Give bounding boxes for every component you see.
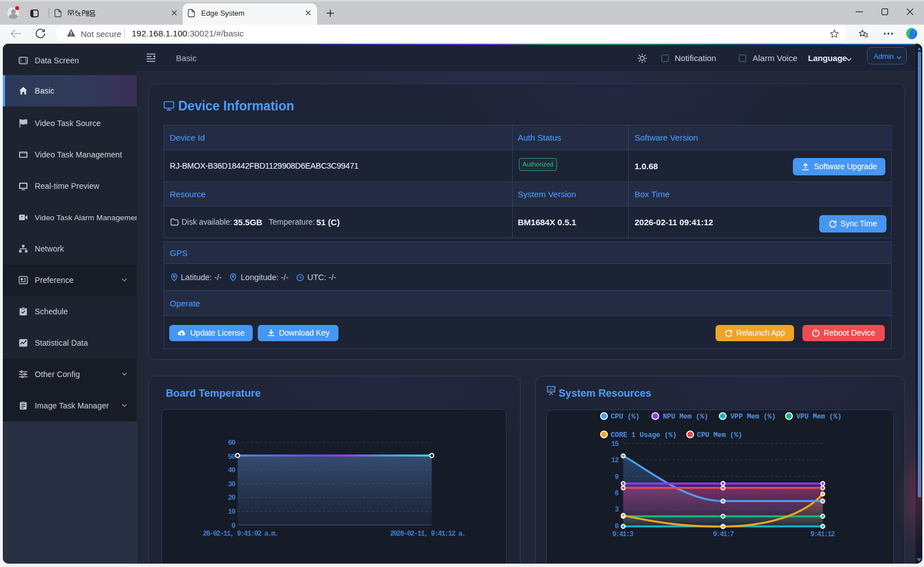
svg-text:9: 9 xyxy=(615,473,619,481)
svg-text:50: 50 xyxy=(228,453,235,461)
svg-text:CPU Mem (%): CPU Mem (%) xyxy=(697,431,742,439)
svg-text:6: 6 xyxy=(615,490,619,498)
svg-text:0: 0 xyxy=(615,523,619,531)
svg-text:12: 12 xyxy=(611,457,619,464)
svg-text:VPP Mem (%): VPP Mem (%) xyxy=(731,413,776,421)
svg-text:CORE 1 Usage (%): CORE 1 Usage (%) xyxy=(611,431,677,439)
svg-text:CPU (%): CPU (%) xyxy=(611,413,639,421)
svg-text:3: 3 xyxy=(615,506,619,514)
svg-text:VPU Mem (%): VPU Mem (%) xyxy=(796,413,842,421)
svg-text:10: 10 xyxy=(228,508,235,516)
svg-text:26-02-11, 9:41:02 a.m.: 26-02-11, 9:41:02 a.m. xyxy=(203,530,278,538)
svg-text:30: 30 xyxy=(228,481,235,489)
svg-text:20: 20 xyxy=(228,494,235,502)
svg-text:15: 15 xyxy=(611,440,619,448)
svg-text:2026-02-11, 9:41:12 a.: 2026-02-11, 9:41:12 a. xyxy=(390,530,465,538)
svg-text:NPU Mem (%): NPU Mem (%) xyxy=(663,413,708,421)
svg-text:0: 0 xyxy=(231,522,235,530)
svg-text:9:41:3: 9:41:3 xyxy=(612,531,634,538)
svg-text:60: 60 xyxy=(228,439,235,447)
svg-text:9:41:7: 9:41:7 xyxy=(713,531,734,538)
svg-text:40: 40 xyxy=(228,467,235,475)
svg-text:9:41:12: 9:41:12 xyxy=(810,531,835,538)
